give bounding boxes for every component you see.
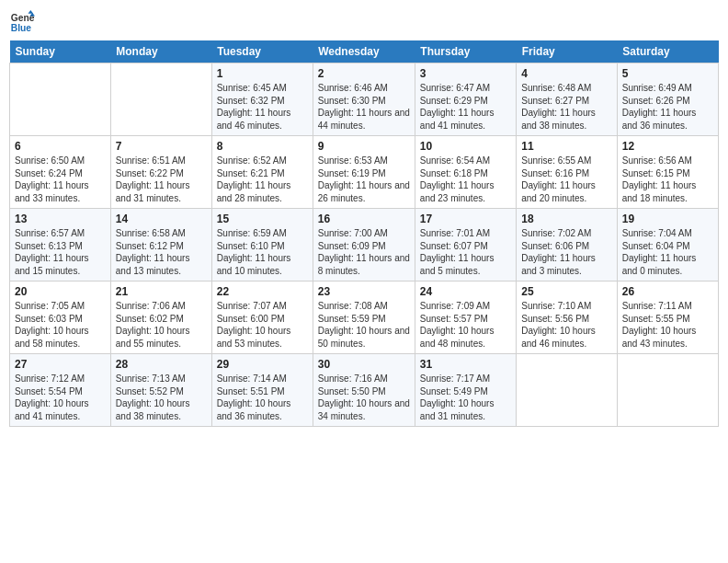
day-info: Sunrise: 7:02 AM Sunset: 6:06 PM Dayligh… xyxy=(521,227,612,277)
day-number: 16 xyxy=(318,213,410,225)
calendar-cell: 5Sunrise: 6:49 AM Sunset: 6:26 PM Daylig… xyxy=(617,63,718,136)
calendar-cell: 6Sunrise: 6:50 AM Sunset: 6:24 PM Daylig… xyxy=(10,136,111,209)
day-info: Sunrise: 6:58 AM Sunset: 6:12 PM Dayligh… xyxy=(116,227,207,277)
calendar-cell: 11Sunrise: 6:55 AM Sunset: 6:16 PM Dayli… xyxy=(517,136,618,209)
day-info: Sunrise: 7:16 AM Sunset: 5:50 PM Dayligh… xyxy=(318,373,410,422)
calendar-cell: 20Sunrise: 7:05 AM Sunset: 6:03 PM Dayli… xyxy=(10,282,111,354)
dow-saturday: Saturday xyxy=(617,40,718,63)
calendar-table: SundayMondayTuesdayWednesdayThursdayFrid… xyxy=(9,40,719,427)
day-number: 27 xyxy=(15,358,106,371)
page-header: General Blue xyxy=(9,9,719,35)
dow-tuesday: Tuesday xyxy=(211,40,313,63)
calendar-cell: 7Sunrise: 6:51 AM Sunset: 6:22 PM Daylig… xyxy=(110,136,211,209)
calendar-cell xyxy=(110,63,211,136)
day-info: Sunrise: 7:17 AM Sunset: 5:49 PM Dayligh… xyxy=(420,373,511,422)
day-info: Sunrise: 6:48 AM Sunset: 6:27 PM Dayligh… xyxy=(521,82,612,132)
week-row-0: 1Sunrise: 6:45 AM Sunset: 6:32 PM Daylig… xyxy=(10,63,719,136)
day-number: 10 xyxy=(420,140,511,153)
calendar-cell xyxy=(617,354,718,427)
day-number: 28 xyxy=(116,358,207,371)
day-info: Sunrise: 6:59 AM Sunset: 6:10 PM Dayligh… xyxy=(217,227,308,277)
day-info: Sunrise: 6:52 AM Sunset: 6:21 PM Dayligh… xyxy=(217,155,308,204)
calendar-cell: 13Sunrise: 6:57 AM Sunset: 6:13 PM Dayli… xyxy=(10,209,111,282)
day-info: Sunrise: 7:07 AM Sunset: 6:00 PM Dayligh… xyxy=(217,300,308,350)
day-number: 12 xyxy=(622,140,713,153)
day-info: Sunrise: 7:05 AM Sunset: 6:03 PM Dayligh… xyxy=(15,300,106,350)
calendar-cell: 26Sunrise: 7:11 AM Sunset: 5:55 PM Dayli… xyxy=(617,282,718,354)
day-info: Sunrise: 7:14 AM Sunset: 5:51 PM Dayligh… xyxy=(217,373,308,422)
day-number: 26 xyxy=(622,285,713,298)
day-number: 5 xyxy=(622,67,713,80)
day-info: Sunrise: 6:47 AM Sunset: 6:29 PM Dayligh… xyxy=(420,82,511,132)
calendar-cell xyxy=(10,63,111,136)
day-info: Sunrise: 7:09 AM Sunset: 5:57 PM Dayligh… xyxy=(420,300,511,350)
day-number: 20 xyxy=(15,285,106,298)
calendar-cell: 23Sunrise: 7:08 AM Sunset: 5:59 PM Dayli… xyxy=(313,282,415,354)
calendar-cell: 1Sunrise: 6:45 AM Sunset: 6:32 PM Daylig… xyxy=(211,63,313,136)
day-info: Sunrise: 6:54 AM Sunset: 6:18 PM Dayligh… xyxy=(420,155,511,204)
calendar-cell: 2Sunrise: 6:46 AM Sunset: 6:30 PM Daylig… xyxy=(313,63,415,136)
day-number: 3 xyxy=(420,67,511,80)
calendar-cell: 28Sunrise: 7:13 AM Sunset: 5:52 PM Dayli… xyxy=(110,354,211,427)
day-info: Sunrise: 6:56 AM Sunset: 6:15 PM Dayligh… xyxy=(622,155,713,204)
calendar-cell: 29Sunrise: 7:14 AM Sunset: 5:51 PM Dayli… xyxy=(211,354,313,427)
day-number: 31 xyxy=(420,358,511,371)
day-number: 21 xyxy=(116,285,207,298)
logo-icon: General Blue xyxy=(9,9,35,35)
day-info: Sunrise: 6:57 AM Sunset: 6:13 PM Dayligh… xyxy=(15,227,106,277)
dow-monday: Monday xyxy=(110,40,211,63)
day-info: Sunrise: 7:12 AM Sunset: 5:54 PM Dayligh… xyxy=(15,373,106,422)
calendar-cell: 4Sunrise: 6:48 AM Sunset: 6:27 PM Daylig… xyxy=(517,63,618,136)
day-number: 22 xyxy=(217,285,308,298)
day-number: 2 xyxy=(318,67,410,80)
day-number: 30 xyxy=(318,358,410,371)
day-number: 29 xyxy=(217,358,308,371)
day-number: 15 xyxy=(217,213,308,225)
calendar-cell: 12Sunrise: 6:56 AM Sunset: 6:15 PM Dayli… xyxy=(617,136,718,209)
day-number: 18 xyxy=(521,213,612,225)
day-info: Sunrise: 6:45 AM Sunset: 6:32 PM Dayligh… xyxy=(217,82,308,132)
calendar-cell: 3Sunrise: 6:47 AM Sunset: 6:29 PM Daylig… xyxy=(415,63,516,136)
calendar-cell: 15Sunrise: 6:59 AM Sunset: 6:10 PM Dayli… xyxy=(211,209,313,282)
svg-text:Blue: Blue xyxy=(11,23,32,33)
calendar-cell: 27Sunrise: 7:12 AM Sunset: 5:54 PM Dayli… xyxy=(10,354,111,427)
day-info: Sunrise: 7:10 AM Sunset: 5:56 PM Dayligh… xyxy=(521,300,612,350)
day-number: 8 xyxy=(217,140,308,153)
dow-sunday: Sunday xyxy=(10,40,111,63)
day-number: 1 xyxy=(217,67,308,80)
week-row-2: 13Sunrise: 6:57 AM Sunset: 6:13 PM Dayli… xyxy=(10,209,719,282)
logo: General Blue xyxy=(9,9,35,35)
day-number: 6 xyxy=(15,140,106,153)
day-info: Sunrise: 7:11 AM Sunset: 5:55 PM Dayligh… xyxy=(622,300,713,350)
day-number: 9 xyxy=(318,140,410,153)
day-info: Sunrise: 6:49 AM Sunset: 6:26 PM Dayligh… xyxy=(622,82,713,132)
day-number: 4 xyxy=(521,67,612,80)
day-number: 13 xyxy=(15,213,106,225)
calendar-cell: 21Sunrise: 7:06 AM Sunset: 6:02 PM Dayli… xyxy=(110,282,211,354)
day-info: Sunrise: 6:51 AM Sunset: 6:22 PM Dayligh… xyxy=(116,155,207,204)
calendar-cell xyxy=(517,354,618,427)
day-number: 19 xyxy=(622,213,713,225)
week-row-4: 27Sunrise: 7:12 AM Sunset: 5:54 PM Dayli… xyxy=(10,354,719,427)
calendar-cell: 9Sunrise: 6:53 AM Sunset: 6:19 PM Daylig… xyxy=(313,136,415,209)
calendar-cell: 18Sunrise: 7:02 AM Sunset: 6:06 PM Dayli… xyxy=(517,209,618,282)
day-info: Sunrise: 6:55 AM Sunset: 6:16 PM Dayligh… xyxy=(521,155,612,204)
day-info: Sunrise: 7:13 AM Sunset: 5:52 PM Dayligh… xyxy=(116,373,207,422)
calendar-cell: 30Sunrise: 7:16 AM Sunset: 5:50 PM Dayli… xyxy=(313,354,415,427)
day-info: Sunrise: 6:46 AM Sunset: 6:30 PM Dayligh… xyxy=(318,82,410,132)
day-info: Sunrise: 6:53 AM Sunset: 6:19 PM Dayligh… xyxy=(318,155,410,204)
calendar-cell: 17Sunrise: 7:01 AM Sunset: 6:07 PM Dayli… xyxy=(415,209,516,282)
dow-wednesday: Wednesday xyxy=(313,40,415,63)
day-info: Sunrise: 6:50 AM Sunset: 6:24 PM Dayligh… xyxy=(15,155,106,204)
calendar-cell: 25Sunrise: 7:10 AM Sunset: 5:56 PM Dayli… xyxy=(517,282,618,354)
calendar-cell: 16Sunrise: 7:00 AM Sunset: 6:09 PM Dayli… xyxy=(313,209,415,282)
calendar-cell: 22Sunrise: 7:07 AM Sunset: 6:00 PM Dayli… xyxy=(211,282,313,354)
day-number: 25 xyxy=(521,285,612,298)
day-number: 23 xyxy=(318,285,410,298)
day-number: 24 xyxy=(420,285,511,298)
days-of-week-header: SundayMondayTuesdayWednesdayThursdayFrid… xyxy=(10,40,719,63)
day-info: Sunrise: 7:04 AM Sunset: 6:04 PM Dayligh… xyxy=(622,227,713,277)
week-row-3: 20Sunrise: 7:05 AM Sunset: 6:03 PM Dayli… xyxy=(10,282,719,354)
day-info: Sunrise: 7:08 AM Sunset: 5:59 PM Dayligh… xyxy=(318,300,410,350)
calendar-cell: 31Sunrise: 7:17 AM Sunset: 5:49 PM Dayli… xyxy=(415,354,516,427)
